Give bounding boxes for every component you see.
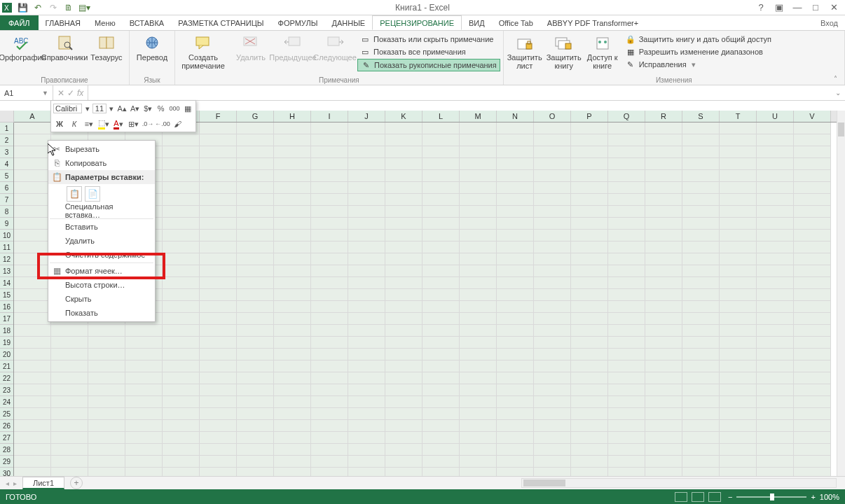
cell[interactable]: [534, 468, 571, 476]
row-header[interactable]: 17: [0, 313, 13, 325]
cell[interactable]: [163, 301, 200, 313]
cell[interactable]: [460, 230, 497, 241]
cell[interactable]: [14, 122, 51, 134]
cell[interactable]: [460, 337, 497, 349]
cell[interactable]: [274, 325, 311, 337]
cell[interactable]: [51, 349, 88, 360]
cell[interactable]: [497, 253, 534, 265]
cell[interactable]: [794, 170, 831, 182]
cell[interactable]: [311, 468, 348, 476]
column-header[interactable]: K: [385, 111, 422, 122]
cell[interactable]: [720, 301, 757, 313]
cell[interactable]: [14, 384, 51, 396]
minimize-icon[interactable]: —: [792, 2, 803, 13]
cell[interactable]: [720, 265, 757, 277]
row-header[interactable]: 29: [0, 456, 13, 468]
cell[interactable]: [237, 289, 274, 301]
cell[interactable]: [571, 182, 608, 194]
cell[interactable]: [757, 194, 794, 206]
cell[interactable]: [757, 396, 794, 408]
cell[interactable]: [14, 444, 51, 456]
cell[interactable]: [720, 372, 757, 384]
cell[interactable]: [460, 277, 497, 289]
cell[interactable]: [51, 396, 88, 408]
percent-icon[interactable]: %: [156, 102, 167, 115]
cell[interactable]: [422, 313, 460, 325]
cell[interactable]: [608, 194, 645, 206]
cell[interactable]: [274, 396, 311, 408]
cell[interactable]: [794, 349, 831, 360]
tab-file[interactable]: ФАЙЛ: [0, 15, 39, 30]
cell[interactable]: [311, 230, 348, 241]
cell[interactable]: [14, 170, 51, 182]
cell[interactable]: [14, 218, 51, 230]
cell[interactable]: [422, 432, 460, 444]
row-header[interactable]: 1: [0, 122, 13, 134]
cell[interactable]: [14, 349, 51, 360]
cell[interactable]: [645, 230, 682, 241]
cell[interactable]: [571, 289, 608, 301]
cell[interactable]: [51, 325, 88, 337]
cell[interactable]: [497, 206, 534, 218]
cell[interactable]: [682, 325, 720, 337]
cell[interactable]: [311, 289, 348, 301]
cell[interactable]: [571, 325, 608, 337]
row-header[interactable]: 23: [0, 384, 13, 396]
cell[interactable]: [497, 444, 534, 456]
cell[interactable]: [237, 182, 274, 194]
cell[interactable]: [645, 265, 682, 277]
cell[interactable]: [51, 432, 88, 444]
cell[interactable]: [348, 241, 385, 253]
cell[interactable]: [422, 301, 460, 313]
cell[interactable]: [794, 146, 831, 158]
cell[interactable]: [460, 265, 497, 277]
cell[interactable]: [385, 372, 422, 384]
cell[interactable]: [125, 372, 163, 384]
cell[interactable]: [200, 396, 237, 408]
cell[interactable]: [645, 289, 682, 301]
cell[interactable]: [163, 218, 200, 230]
new-comment-button[interactable]: Создать примечание: [178, 32, 228, 70]
grow-font-icon[interactable]: A▴: [116, 102, 128, 115]
cell[interactable]: [125, 360, 163, 372]
borders-icon[interactable]: ⊞▾: [127, 118, 139, 130]
cell[interactable]: [534, 277, 571, 289]
cell[interactable]: [757, 337, 794, 349]
cell[interactable]: [422, 170, 460, 182]
cell[interactable]: [645, 218, 682, 230]
cell[interactable]: [348, 206, 385, 218]
cell[interactable]: [14, 230, 51, 241]
row-header[interactable]: 27: [0, 432, 13, 444]
next-comment-button[interactable]: Следующее: [315, 32, 355, 62]
cell[interactable]: [14, 456, 51, 468]
chevron-down-icon[interactable]: ▼: [42, 90, 48, 97]
save-icon[interactable]: 💾: [17, 2, 28, 13]
cell[interactable]: [794, 420, 831, 432]
accounting-format-icon[interactable]: $▾: [142, 102, 153, 115]
cell[interactable]: [608, 444, 645, 456]
cell[interactable]: [608, 206, 645, 218]
increase-decimal-icon[interactable]: ←.00: [156, 118, 169, 130]
cell[interactable]: [14, 325, 51, 337]
collapse-ribbon-icon[interactable]: ˄: [834, 75, 842, 83]
cell[interactable]: [311, 122, 348, 134]
cell[interactable]: [534, 122, 571, 134]
row-header[interactable]: 21: [0, 360, 13, 372]
cell[interactable]: [200, 313, 237, 325]
cell[interactable]: [14, 396, 51, 408]
cell[interactable]: [645, 206, 682, 218]
cell[interactable]: [348, 265, 385, 277]
cell[interactable]: [608, 420, 645, 432]
cell[interactable]: [422, 122, 460, 134]
cell[interactable]: [348, 277, 385, 289]
cell[interactable]: [51, 420, 88, 432]
cell[interactable]: [682, 444, 720, 456]
protect-share-button[interactable]: 🔒Защитить книгу и дать общий доступ: [623, 34, 774, 45]
cell[interactable]: [460, 372, 497, 384]
cell[interactable]: [645, 134, 682, 146]
cell[interactable]: [460, 408, 497, 420]
cell[interactable]: [460, 444, 497, 456]
cell[interactable]: [757, 158, 794, 170]
cell[interactable]: [497, 158, 534, 170]
cell[interactable]: [385, 289, 422, 301]
